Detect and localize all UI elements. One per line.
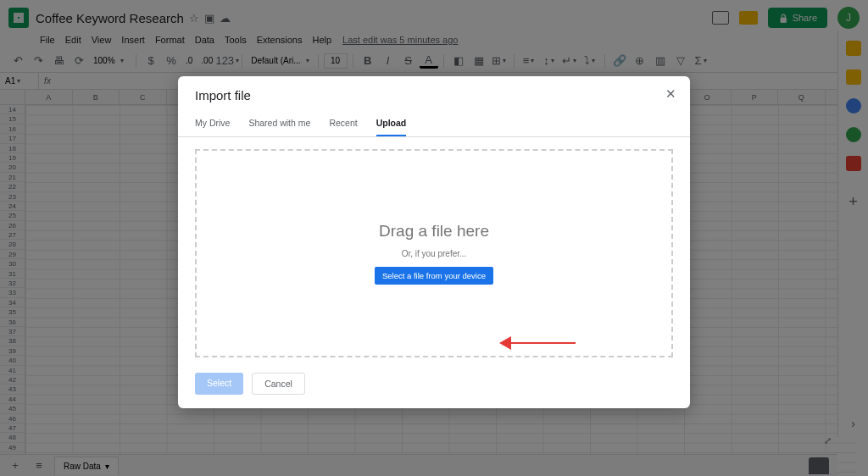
dialog-tab-shared-with-me[interactable]: Shared with me <box>248 111 310 136</box>
modal-overlay: Import file ✕ My DriveShared with meRece… <box>0 0 868 476</box>
dialog-tab-upload[interactable]: Upload <box>376 111 407 136</box>
or-text: Or, if you prefer... <box>402 249 467 258</box>
cancel-button[interactable]: Cancel <box>252 373 305 395</box>
annotation-arrow <box>499 339 576 347</box>
upload-dropzone[interactable]: Drag a file here Or, if you prefer... Se… <box>195 149 673 357</box>
dialog-title: Import file <box>178 76 690 111</box>
select-button[interactable]: Select <box>195 373 243 395</box>
close-dialog-button[interactable]: ✕ <box>665 86 676 102</box>
select-file-from-device-button[interactable]: Select a file from your device <box>375 267 493 285</box>
drag-file-text: Drag a file here <box>379 222 489 241</box>
dialog-tab-my-drive[interactable]: My Drive <box>195 111 230 136</box>
import-file-dialog: Import file ✕ My DriveShared with meRece… <box>178 76 690 408</box>
dialog-tab-recent[interactable]: Recent <box>329 111 357 136</box>
